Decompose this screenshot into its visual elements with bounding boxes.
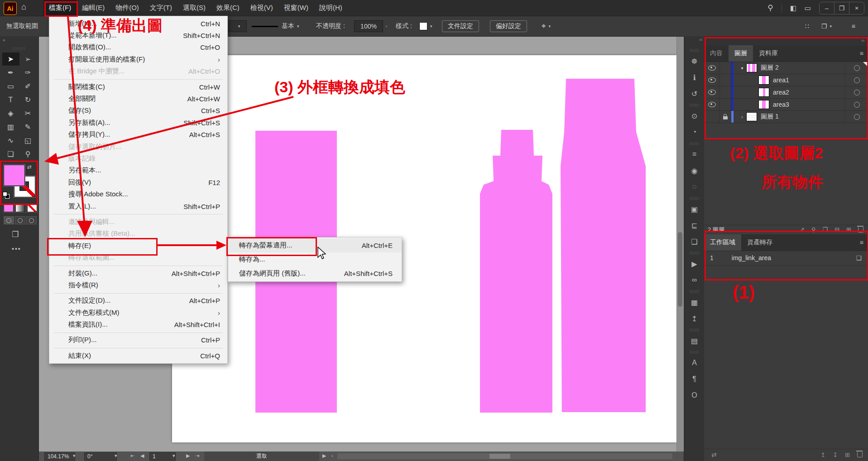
gradient-icon[interactable]: ◔ bbox=[684, 124, 705, 140]
vertical-scroll-thumb[interactable] bbox=[678, 232, 682, 307]
layer-thumbnail[interactable] bbox=[758, 100, 769, 109]
draw-behind-button[interactable] bbox=[15, 216, 25, 224]
selection-options-icon[interactable]: ◌ bbox=[684, 179, 705, 195]
export-submenu-item[interactable]: 轉存為... bbox=[228, 252, 402, 266]
export-submenu-item[interactable]: 轉存為螢幕適用...Alt+Ctrl+E bbox=[228, 238, 402, 252]
file-menu-item[interactable]: 檔案資訊(I)...Alt+Shift+Ctrl+I bbox=[49, 318, 227, 330]
drag-handle[interactable]: ||||||| bbox=[684, 195, 705, 201]
expand-chevron-icon[interactable]: ▾ bbox=[738, 66, 746, 71]
lock-toggle[interactable] bbox=[720, 74, 731, 86]
new-sublayer-icon[interactable]: ⊟ bbox=[834, 226, 839, 233]
restore-button[interactable]: ❐ bbox=[834, 2, 849, 14]
file-menu-item[interactable]: 打開最近使用過的檔案(F)› bbox=[49, 53, 227, 65]
search-icon[interactable]: ⚲ bbox=[767, 3, 773, 13]
artboard-number-field[interactable]: 1 bbox=[149, 452, 176, 461]
layer-name[interactable]: area3 bbox=[773, 101, 789, 108]
menu-list-icon[interactable]: ≡ bbox=[852, 16, 855, 36]
opacity-field[interactable]: 100% › bbox=[354, 16, 387, 36]
collapse-dock-icon[interactable]: ‹‹ bbox=[699, 37, 702, 42]
menu-物件(O)[interactable]: 物件(O) bbox=[110, 0, 144, 16]
drag-handle[interactable]: ||||||| bbox=[684, 349, 705, 355]
character-icon[interactable]: A bbox=[684, 355, 705, 371]
color-button[interactable] bbox=[4, 204, 14, 212]
layer-row[interactable]: area3 bbox=[704, 99, 868, 111]
file-menu-item[interactable]: 封裝(G)...Alt+Shift+Ctrl+P bbox=[49, 267, 227, 279]
layer-row[interactable]: area1 bbox=[704, 74, 868, 86]
layer-name[interactable]: 圖層 2 bbox=[761, 64, 779, 72]
target-circle-icon[interactable] bbox=[854, 114, 860, 120]
file-menu-item[interactable]: 結束(X)Ctrl+Q bbox=[49, 350, 227, 361]
file-menu-item[interactable]: 另存範本... bbox=[49, 165, 227, 176]
play-icon[interactable]: ▶ bbox=[322, 453, 326, 459]
new-layer-icon[interactable]: ⊞ bbox=[846, 226, 851, 233]
bottle-large-shape[interactable] bbox=[561, 79, 646, 412]
drag-handle[interactable]: ||||||| bbox=[684, 140, 705, 146]
layer-thumbnail[interactable] bbox=[746, 112, 757, 121]
tab-圖層[interactable]: 圖層 bbox=[729, 45, 753, 62]
drag-handle[interactable]: ||||||| bbox=[684, 47, 705, 53]
tab-內容[interactable]: 內容 bbox=[704, 45, 729, 62]
drag-handle[interactable]: ||||||| bbox=[684, 327, 705, 333]
visibility-toggle[interactable] bbox=[704, 86, 720, 98]
asset-export-icon[interactable]: ↥ bbox=[684, 310, 705, 327]
file-menu-item[interactable]: 指令檔(R)› bbox=[49, 279, 227, 291]
none-button[interactable] bbox=[27, 204, 37, 212]
lock-toggle[interactable] bbox=[720, 111, 731, 123]
color-icon[interactable]: ⊙ bbox=[684, 108, 705, 124]
file-menu-item[interactable]: 關閉檔案(C)Ctrl+W bbox=[49, 81, 227, 93]
move-up-icon[interactable]: ↥ bbox=[820, 451, 825, 458]
menu-選取(S)[interactable]: 選取(S) bbox=[177, 0, 211, 16]
width-tool[interactable]: ∿ bbox=[2, 134, 19, 147]
layer-row[interactable]: ▾圖層 2 bbox=[704, 62, 868, 74]
first-artboard-icon[interactable]: ⇤ bbox=[130, 453, 134, 459]
grid-icon[interactable]: ∷ bbox=[805, 16, 809, 36]
scroll-left-icon[interactable]: ‹ bbox=[331, 453, 333, 458]
artboard-name[interactable]: img_link_area bbox=[732, 254, 771, 261]
selection-tool[interactable]: ➤ bbox=[2, 52, 19, 66]
lock-toggle[interactable] bbox=[720, 62, 731, 74]
target-circle-icon[interactable] bbox=[854, 65, 860, 71]
file-menu-item[interactable]: 儲存拷貝(Y)...Alt+Ctrl+S bbox=[49, 129, 227, 141]
drag-handle[interactable]: ||||||| bbox=[684, 250, 705, 256]
vertical-scrollbar[interactable] bbox=[676, 36, 683, 451]
artboard-icon[interactable]: ❏ bbox=[856, 254, 862, 261]
chevron-down-icon[interactable]: ▾ bbox=[73, 453, 76, 459]
layer-name[interactable]: area2 bbox=[773, 89, 789, 96]
target-circle-icon[interactable] bbox=[854, 77, 860, 83]
export-submenu-item[interactable]: 儲存為網頁用 (舊版)...Alt+Shift+Ctrl+S bbox=[228, 266, 402, 280]
rearrange-artboards-icon[interactable]: ⇄ bbox=[711, 451, 717, 458]
info-icon[interactable]: ℹ bbox=[684, 69, 705, 86]
tab-資料庫[interactable]: 資料庫 bbox=[753, 45, 784, 62]
chevron-down-icon[interactable]: ▾ bbox=[115, 453, 117, 459]
visibility-toggle[interactable] bbox=[704, 111, 720, 123]
scissors-tool[interactable]: ✂ bbox=[19, 107, 37, 120]
style-dropdown[interactable]: ▾ bbox=[419, 16, 432, 36]
appearance-icon[interactable]: ▣ bbox=[684, 201, 705, 217]
locate-object-icon[interactable]: ⚲ bbox=[811, 226, 816, 233]
screen-mode-icon[interactable]: ❐ bbox=[12, 230, 19, 239]
draw-normal-button[interactable] bbox=[4, 216, 14, 224]
menu-檔案(F)[interactable]: 檔案(F) bbox=[43, 0, 77, 16]
target-circle-icon[interactable] bbox=[854, 102, 860, 108]
file-menu-item[interactable]: 儲存(S)Ctrl+S bbox=[49, 105, 227, 117]
file-menu-item[interactable]: 從範本新增(T)...Shift+Ctrl+N bbox=[49, 29, 227, 41]
horizontal-scrollbar[interactable] bbox=[337, 453, 672, 459]
align-icon[interactable]: ⊑ bbox=[684, 217, 705, 233]
preferences-button[interactable]: 偏好設定 bbox=[490, 16, 527, 36]
minimize-button[interactable]: – bbox=[820, 2, 834, 14]
links-icon[interactable]: ∞ bbox=[684, 272, 705, 288]
file-menu-item[interactable]: 開啟舊檔(O)...Ctrl+O bbox=[49, 42, 227, 53]
layer-name[interactable]: area1 bbox=[773, 76, 789, 84]
last-artboard-icon[interactable]: ⇥ bbox=[195, 453, 199, 459]
draw-inside-button[interactable] bbox=[26, 216, 37, 224]
file-menu-item[interactable]: 置入(L)...Shift+Ctrl+P bbox=[49, 200, 227, 212]
file-menu-item[interactable]: 回復(V)F12 bbox=[49, 176, 227, 188]
drag-handle[interactable]: ||||||| bbox=[0, 46, 38, 50]
pathfinder-icon[interactable]: ❏ bbox=[684, 233, 705, 250]
drag-handle[interactable]: ||||||| bbox=[684, 288, 705, 294]
curvature-tool[interactable]: ✑ bbox=[19, 66, 37, 79]
home-icon[interactable]: ⌂ bbox=[21, 2, 26, 12]
transparency-icon[interactable]: ◉ bbox=[684, 162, 705, 179]
layer-thumbnail[interactable] bbox=[758, 88, 769, 97]
menu-視窗(W)[interactable]: 視窗(W) bbox=[278, 0, 314, 16]
